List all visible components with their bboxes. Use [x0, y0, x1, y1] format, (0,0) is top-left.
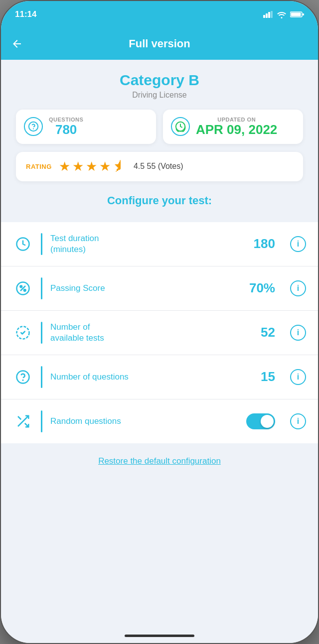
star-half: ⯨: [113, 159, 126, 174]
pencil-circle-icon: [13, 323, 33, 343]
updated-icon: [171, 117, 190, 136]
status-bar: 11:14: [1, 1, 318, 28]
random-toggle[interactable]: [246, 413, 275, 429]
status-time: 11:14: [15, 9, 36, 19]
setting-value-score[interactable]: 70%: [249, 280, 275, 296]
questions-value: 780: [49, 123, 83, 137]
configure-title: Configure your test:: [16, 189, 303, 210]
category-title: Category B: [16, 72, 303, 89]
svg-rect-5: [303, 13, 304, 15]
setting-value-avail[interactable]: 52: [261, 325, 275, 340]
wifi-icon: [276, 10, 287, 18]
settings-list: Test duration(minutes) 180 i Passing Sco…: [1, 222, 318, 443]
divider: [41, 366, 42, 388]
svg-point-14: [24, 289, 26, 291]
clock-icon: [13, 234, 33, 254]
divider: [41, 410, 42, 432]
app-header: Full version: [1, 28, 318, 60]
setting-random: Random questions i: [1, 399, 318, 443]
svg-rect-1: [266, 13, 268, 18]
toggle-knob: [261, 415, 274, 428]
setting-label-duration: Test duration(minutes): [50, 233, 246, 255]
info-button-random[interactable]: i: [290, 413, 306, 429]
divider: [41, 277, 42, 299]
setting-passing-score: Passing Score 70% i: [1, 266, 318, 311]
svg-line-20: [18, 416, 21, 419]
rating-votes: 4.5 55 (Votes): [134, 162, 183, 171]
info-button-numq[interactable]: i: [290, 369, 306, 385]
battery-icon: [290, 11, 304, 18]
shuffle-icon: [13, 411, 33, 431]
star-4: ★: [99, 159, 111, 174]
svg-rect-0: [263, 15, 265, 18]
setting-label-random: Random questions: [50, 416, 238, 427]
phone-frame: 11:14: [0, 0, 319, 644]
restore-section: Restore the default configuration: [1, 443, 318, 479]
status-icons: [263, 10, 304, 18]
content-area: Category B Driving License QUESTIONS 780: [1, 60, 318, 644]
setting-test-duration: Test duration(minutes) 180 i: [1, 222, 318, 266]
updated-card: UPDATED ON APR 09, 2022: [163, 110, 303, 144]
divider: [41, 233, 42, 255]
setting-label-avail: Number ofavailable tests: [50, 322, 253, 344]
info-button-score[interactable]: i: [290, 280, 306, 296]
signal-icon: [263, 11, 273, 18]
questions-card: QUESTIONS 780: [16, 110, 156, 144]
star-1: ★: [59, 159, 70, 174]
star-3: ★: [86, 159, 97, 174]
svg-rect-6: [291, 13, 301, 16]
svg-rect-3: [271, 11, 273, 18]
questions-icon: [24, 117, 43, 136]
svg-point-13: [20, 285, 22, 287]
rating-label: RATING: [26, 163, 52, 170]
category-subtitle: Driving License: [16, 91, 303, 100]
info-cards: QUESTIONS 780 UPDATED ON: [16, 110, 303, 144]
restore-link[interactable]: Restore the default configuration: [98, 456, 221, 466]
star-2: ★: [72, 159, 84, 174]
setting-label-score: Passing Score: [50, 283, 241, 294]
svg-rect-2: [268, 12, 270, 18]
question-icon: [13, 367, 33, 387]
setting-num-questions: Number of questions 15 i: [1, 355, 318, 399]
divider: [41, 322, 42, 344]
back-button[interactable]: [11, 38, 23, 50]
hero-section: Category B Driving License QUESTIONS 780: [1, 60, 318, 220]
stars: ★ ★ ★ ★ ⯨: [59, 159, 126, 174]
updated-value: APR 09, 2022: [196, 123, 277, 137]
setting-value-duration[interactable]: 180: [254, 236, 275, 252]
info-button-avail[interactable]: i: [290, 325, 306, 341]
rating-card: RATING ★ ★ ★ ★ ⯨ 4.5 55 (Votes): [16, 152, 303, 181]
info-button-duration[interactable]: i: [290, 236, 306, 252]
setting-label-numq: Number of questions: [50, 372, 253, 383]
setting-value-numq[interactable]: 15: [261, 369, 275, 385]
percent-icon: [13, 278, 33, 298]
setting-available-tests: Number ofavailable tests 52 i: [1, 311, 318, 355]
home-indicator: [125, 635, 194, 637]
header-title: Full version: [129, 37, 190, 50]
